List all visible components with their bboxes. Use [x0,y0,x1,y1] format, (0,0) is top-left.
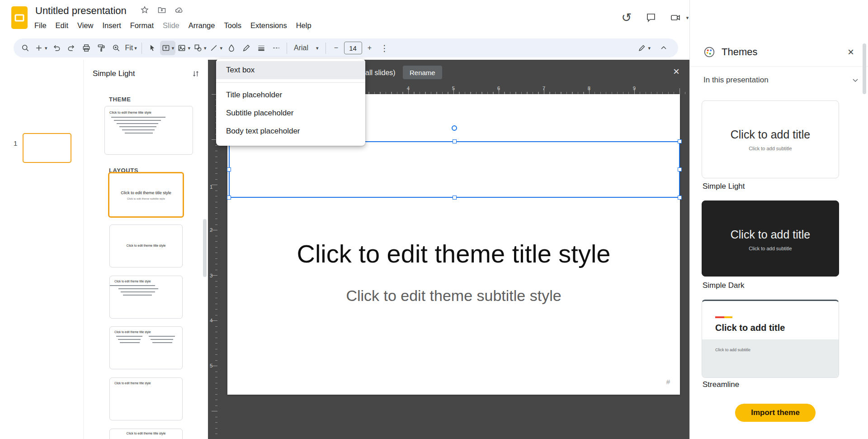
menu-slide[interactable]: Slide [158,19,184,32]
theme-master-thumbnail[interactable]: Click to edit theme title style [104,106,193,155]
resize-handle-bottom-right[interactable] [678,196,682,200]
new-slide-button[interactable]: ▾ [33,41,49,55]
menu-item-text-box[interactable]: Text box [216,61,365,79]
theme-card-streamline[interactable]: Click to add title Click to add subtitle [702,300,839,378]
rename-button[interactable]: Rename [403,66,442,79]
menu-item-title-placeholder[interactable]: Title placeholder [216,86,365,104]
layout-thumbnail-title-body[interactable]: Click to edit theme title style [109,276,183,319]
menu-tools[interactable]: Tools [219,19,246,32]
version-history-icon[interactable]: ↺ [618,9,635,26]
layout-thumbnail-two-columns[interactable]: Click to edit theme title style [109,326,183,369]
chevron-down-icon: ▾ [45,46,47,51]
zoom-in-icon[interactable] [109,41,123,55]
video-camera-icon[interactable] [667,9,684,26]
comments-icon[interactable] [642,9,660,26]
theme-name-heading: Simple Light [93,69,135,78]
cloud-saved-icon[interactable] [175,5,184,16]
close-theme-editor-icon[interactable]: × [668,63,684,80]
border-dash-icon[interactable] [269,41,283,55]
text-box-tool-icon[interactable]: ▾ [160,41,176,55]
increase-font-size-button[interactable]: + [363,41,377,55]
insert-shape-icon[interactable]: ▾ [192,41,208,55]
text-line [152,342,172,343]
slide-1-thumbnail[interactable] [23,133,71,163]
ruler-number: 3 [210,273,212,278]
ruler-number: 8 [588,86,590,91]
insert-line-icon[interactable]: ▾ [208,41,224,55]
theme-title-placeholder[interactable]: Click to edit theme title style [227,239,680,269]
text-line [118,288,158,289]
menu-file[interactable]: File [30,19,51,32]
slides-logo[interactable] [11,6,28,29]
resize-handle-middle-left[interactable] [227,167,231,172]
menu-format[interactable]: Format [126,19,158,32]
text-line [118,339,141,340]
menu-insert[interactable]: Insert [98,19,126,32]
close-themes-panel-icon[interactable]: × [843,44,859,60]
border-weight-icon[interactable] [254,41,269,55]
menu-item-subtitle-placeholder[interactable]: Subtitle placeholder [216,104,365,122]
ruler-number: 1 [210,184,212,190]
insert-image-icon[interactable]: ▾ [176,41,192,55]
menu-view[interactable]: View [73,19,98,32]
selected-text-box[interactable] [229,141,680,198]
resize-handle-bottom-center[interactable] [453,196,457,200]
themes-panel-title: Themes [722,46,757,58]
text-line [123,295,152,296]
column-left [116,334,142,343]
chevron-down-icon[interactable]: ▾ [686,15,689,20]
redo-icon[interactable] [64,41,79,55]
themes-panel: Themes × In this presentation Click to a… [689,0,868,439]
column-right [149,334,175,343]
resize-handle-bottom-left[interactable] [227,196,231,200]
layout-thumbnail-title-only[interactable]: Click to edit theme title style [109,377,183,420]
menu-divider [216,82,365,83]
print-icon[interactable] [79,41,94,55]
ruler-number: 2 [210,227,212,233]
meet-button[interactable]: ▾ [667,9,689,26]
layout-thumbnail-title-slide[interactable]: Click to edit theme title style Click to… [108,172,184,218]
slide-number: 1 [14,139,17,147]
zoom-level-dropdown[interactable]: Fit▾ [124,41,138,55]
menu-edit[interactable]: Edit [51,19,73,32]
theme-card-simple-light[interactable]: Click to add title Click to add subtitle [702,100,839,178]
border-color-icon[interactable] [239,41,254,55]
chevron-down-icon [851,76,860,85]
slide-number-placeholder: # [666,378,670,386]
in-this-presentation-row[interactable]: In this presentation [703,71,860,90]
layouts-scrollbar[interactable] [203,219,207,277]
themes-scrollbar[interactable] [863,43,866,94]
move-folder-icon[interactable] [157,5,166,16]
resize-handle-middle-right[interactable] [678,167,682,172]
menu-item-body-text-placeholder[interactable]: Body text placeholder [216,122,365,140]
themes-icon [703,46,715,58]
rotation-handle[interactable] [452,125,457,131]
menu-arrange[interactable]: Arrange [184,19,220,32]
star-icon[interactable] [140,5,149,16]
menu-extensions[interactable]: Extensions [246,19,292,32]
layout-thumbnail-one-column[interactable]: Click to edit theme title style [109,429,183,439]
resize-handle-top-right[interactable] [678,139,682,143]
pen-tool-icon[interactable]: ▾ [636,41,652,55]
text-line [114,120,161,121]
import-theme-button[interactable]: Import theme [735,404,816,422]
font-size-input[interactable]: 14 [344,42,362,54]
more-options-icon[interactable]: ⋮ [377,41,392,55]
theme-card-simple-dark[interactable]: Click to add title Click to add subtitle [702,200,839,277]
layout-thumbnail-section-header[interactable]: Click to edit theme title style [109,224,183,267]
select-tool-icon[interactable] [145,41,160,55]
document-title[interactable]: Untitled presentation [35,5,127,17]
theme-card-label: Simple Light [703,182,745,191]
theme-subtitle-placeholder[interactable]: Click to edit theme subtitle style [227,286,680,305]
resize-handle-top-center[interactable] [453,139,457,143]
collapse-toolbar-icon[interactable] [656,41,671,55]
fill-color-icon[interactable] [224,41,239,55]
ruler-number: 7 [542,86,545,91]
font-family-dropdown[interactable]: Arial▾ [290,41,322,55]
search-menus-icon[interactable] [18,41,33,55]
menu-help[interactable]: Help [292,19,316,32]
undo-icon[interactable] [49,41,64,55]
decrease-font-size-button[interactable]: − [329,41,344,55]
reorder-icon[interactable] [189,67,203,81]
paint-format-icon[interactable] [94,41,108,55]
